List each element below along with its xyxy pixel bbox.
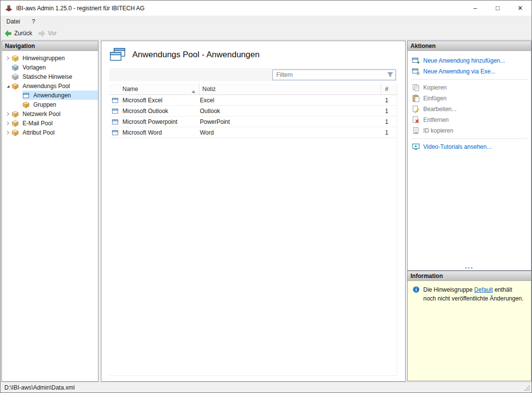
action-copy-id[interactable]: ID kopieren [408,125,531,136]
column-header-count[interactable]: # [381,84,397,94]
menu-bar: Datei ? [0,16,532,27]
action-video-tutorials[interactable]: Video-Tutorials ansehen... [408,141,531,152]
paste-icon [412,94,420,102]
sidebar-item-anwendungen[interactable]: Anwendungen [2,91,98,100]
action-edit[interactable]: Bearbeiten... [408,104,531,115]
new-application-icon [412,57,420,65]
applications-windows-icon [109,47,126,62]
panel-splitter-grip[interactable]: ••• [408,265,531,270]
navigation-panel: Navigation Hinweisgruppen Vorlagen [1,41,98,382]
forward-button-label: Vor [48,30,57,37]
column-header-notiz[interactable]: Notiz [199,84,381,94]
application-window-icon [109,129,122,136]
window-title: IBI-aws Admin 1.25.0 - registriert für I… [16,5,145,12]
cell-name: Microsoft Excel [122,97,199,104]
column-header-notiz-label: Notiz [202,86,216,92]
status-file-path: D:\IBI-aws\Admin\Data.xml [4,384,74,391]
action-copy[interactable]: Kopieren [408,82,531,93]
sidebar-item-label: Attribut Pool [21,129,56,137]
cell-notiz: Outlook [199,108,381,115]
forward-button[interactable]: Vor [38,30,57,37]
cell-count: 1 [381,129,397,136]
new-application-exe-icon [412,68,420,75]
sidebar-item-label: Vorlagen [21,64,47,71]
separator [411,139,527,139]
box-tan-icon [12,129,21,136]
main-header: Anwendungs Pool - Anwendungen [101,41,405,67]
sidebar-item-label: Anwendungs Pool [21,82,72,90]
action-label: Bearbeiten... [423,106,457,113]
page-title: Anwendungs Pool - Anwendungen [132,50,260,60]
sidebar-item-statische-hinweise[interactable]: Statische Hinweise [2,72,98,81]
main-panel: Anwendungs Pool - Anwendungen Name [101,41,406,382]
sidebar-item-label: Anwendungen [32,92,73,99]
column-header-count-label: # [385,86,388,92]
information-message-prefix: Die Hinweisgruppe [423,286,473,293]
status-bar: D:\IBI-aws\Admin\Data.xml [0,382,532,393]
menu-datei[interactable]: Datei [5,17,22,26]
action-label: Neue Anwendung hinzufügen... [423,57,505,64]
sidebar-item-label: Gruppen [32,101,58,109]
column-header-name[interactable]: Name [109,84,199,94]
filter-row [109,68,397,81]
action-new-application-via-exe[interactable]: Neue Anwendung via Exe... [408,66,531,77]
table-row[interactable]: Microsoft Excel Excel 1 [109,95,397,106]
sidebar-item-hinweisgruppen[interactable]: Hinweisgruppen [2,53,98,63]
information-panel-header: Information [408,271,531,281]
default-group-link[interactable]: Default [474,286,493,293]
chevron-right-icon[interactable] [4,121,12,126]
sidebar-item-attribut-pool[interactable]: Attribut Pool [2,128,98,137]
cell-count: 1 [381,108,397,115]
table-row[interactable]: Microsoft Powerpoint PowerPoint 1 [109,116,397,127]
title-bar: IBI-aws Admin 1.25.0 - registriert für I… [0,0,532,16]
sidebar-item-gruppen[interactable]: Gruppen [2,100,98,109]
navigation-panel-header: Navigation [2,41,98,51]
chevron-right-icon[interactable] [4,112,12,116]
sidebar-item-vorlagen[interactable]: Vorlagen [2,63,98,72]
cell-notiz: Word [199,129,381,136]
back-button[interactable]: Zurück [4,30,32,37]
close-button[interactable]: ✕ [509,0,532,16]
navigation-tree: Hinweisgruppen Vorlagen Statische Hinwei… [2,51,98,137]
actions-panel: Aktionen Neue Anwendung hinzufügen... Ne… [407,41,532,271]
back-button-label: Zurück [14,30,32,37]
information-body: Die Hinweisgruppe Default enthält noch n… [408,281,531,381]
sidebar-item-netzwerk-pool[interactable]: Netzwerk Pool [2,109,98,118]
chevron-down-icon[interactable] [4,84,12,89]
chevron-right-icon[interactable] [4,56,12,61]
box-gray-icon [12,73,21,80]
chevron-right-icon[interactable] [4,130,12,135]
content-area: Navigation Hinweisgruppen Vorlagen [0,40,532,383]
menu-help[interactable]: ? [30,17,37,26]
app-icon [5,4,13,12]
remove-icon [412,116,420,124]
box-orange-icon [23,101,32,108]
action-label: ID kopieren [423,127,453,134]
cell-count: 1 [381,118,397,125]
copy-icon [412,84,420,92]
sidebar-item-anwendungs-pool[interactable]: Anwendungs Pool [2,81,98,91]
filter-input[interactable] [272,69,396,80]
video-tutorial-icon [412,143,420,151]
table-header: Name Notiz # [109,84,397,95]
filter-funnel-icon[interactable] [387,71,393,78]
action-label: Video-Tutorials ansehen... [423,143,491,150]
box-orange-icon [12,83,21,90]
window-controls: – □ ✕ [464,0,532,16]
sidebar-item-email-pool[interactable]: E-Mail Pool [2,118,98,128]
action-remove[interactable]: Entfernen [408,115,531,125]
action-new-application[interactable]: Neue Anwendung hinzufügen... [408,55,531,66]
cell-notiz: PowerPoint [199,118,381,125]
action-label: Entfernen [423,116,449,123]
info-icon [412,286,420,293]
maximize-button[interactable]: □ [486,0,509,16]
action-label: Kopieren [423,84,447,91]
table-row[interactable]: Microsoft Outlook Outlook 1 [109,106,397,116]
action-paste[interactable]: Einfügen [408,93,531,104]
filter-box [272,69,396,80]
resize-grip-icon[interactable] [524,385,531,392]
box-yellow-icon [12,55,21,62]
minimize-button[interactable]: – [464,0,486,16]
copy-id-icon [412,127,420,135]
table-row[interactable]: Microsoft Word Word 1 [109,127,397,138]
